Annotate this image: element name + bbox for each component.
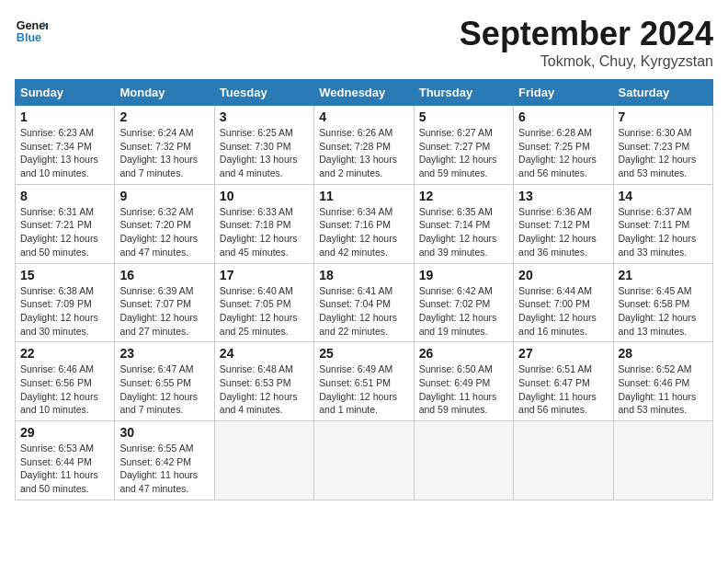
day-info: Sunrise: 6:47 AM Sunset: 6:55 PM Dayligh… — [119, 362, 209, 417]
day-info: Sunrise: 6:40 AM Sunset: 7:05 PM Dayligh… — [220, 284, 309, 339]
calendar-day-cell: 28 Sunrise: 6:52 AM Sunset: 6:46 PM Dayl… — [613, 342, 712, 421]
calendar-day-cell — [414, 421, 513, 500]
day-info: Sunrise: 6:27 AM Sunset: 7:27 PM Dayligh… — [419, 126, 508, 180]
day-number: 19 — [419, 268, 508, 282]
day-info: Sunrise: 6:30 AM Sunset: 7:23 PM Dayligh… — [619, 126, 708, 180]
day-number: 30 — [119, 425, 209, 440]
day-number: 11 — [319, 189, 408, 203]
calendar-day-cell: 1 Sunrise: 6:23 AM Sunset: 7:34 PM Dayli… — [16, 106, 115, 185]
day-info: Sunrise: 6:28 AM Sunset: 7:25 PM Dayligh… — [518, 126, 608, 180]
day-number: 18 — [319, 268, 408, 282]
day-info: Sunrise: 6:39 AM Sunset: 7:07 PM Dayligh… — [119, 284, 209, 339]
calendar-day-cell: 3 Sunrise: 6:25 AM Sunset: 7:30 PM Dayli… — [214, 106, 313, 185]
calendar-day-cell: 9 Sunrise: 6:32 AM Sunset: 7:20 PM Dayli… — [115, 184, 214, 263]
day-info: Sunrise: 6:25 AM Sunset: 7:30 PM Dayligh… — [220, 126, 309, 180]
month-title: September 2024 — [460, 15, 713, 53]
calendar-week-row: 22 Sunrise: 6:46 AM Sunset: 6:56 PM Dayl… — [16, 342, 713, 421]
calendar-day-cell: 26 Sunrise: 6:50 AM Sunset: 6:49 PM Dayl… — [414, 342, 513, 421]
day-number: 25 — [319, 346, 408, 361]
day-info: Sunrise: 6:50 AM Sunset: 6:49 PM Dayligh… — [419, 362, 508, 417]
calendar-day-cell: 23 Sunrise: 6:47 AM Sunset: 6:55 PM Dayl… — [115, 342, 214, 421]
calendar-day-cell: 2 Sunrise: 6:24 AM Sunset: 7:32 PM Dayli… — [115, 106, 214, 185]
day-number: 12 — [419, 189, 508, 203]
day-info: Sunrise: 6:42 AM Sunset: 7:02 PM Dayligh… — [419, 284, 508, 339]
day-info: Sunrise: 6:23 AM Sunset: 7:34 PM Dayligh… — [20, 126, 109, 180]
day-info: Sunrise: 6:51 AM Sunset: 6:47 PM Dayligh… — [518, 362, 608, 417]
header: General Blue September 2024 Tokmok, Chuy… — [15, 15, 713, 70]
day-number: 5 — [419, 109, 508, 124]
header-tuesday: Tuesday — [214, 80, 313, 106]
calendar-day-cell: 21 Sunrise: 6:45 AM Sunset: 6:58 PM Dayl… — [613, 263, 712, 342]
day-number: 3 — [220, 109, 309, 124]
day-info: Sunrise: 6:49 AM Sunset: 6:51 PM Dayligh… — [319, 362, 408, 417]
logo-icon: General Blue — [15, 15, 48, 48]
day-number: 6 — [518, 109, 608, 124]
calendar-day-cell: 25 Sunrise: 6:49 AM Sunset: 6:51 PM Dayl… — [314, 342, 414, 421]
day-info: Sunrise: 6:41 AM Sunset: 7:04 PM Dayligh… — [319, 284, 408, 339]
calendar-day-cell — [214, 421, 313, 500]
day-number: 28 — [619, 346, 708, 361]
day-info: Sunrise: 6:24 AM Sunset: 7:32 PM Dayligh… — [119, 126, 209, 180]
calendar-day-cell: 19 Sunrise: 6:42 AM Sunset: 7:02 PM Dayl… — [414, 263, 513, 342]
header-wednesday: Wednesday — [314, 80, 414, 106]
header-monday: Monday — [115, 80, 214, 106]
calendar-day-cell: 12 Sunrise: 6:35 AM Sunset: 7:14 PM Dayl… — [414, 184, 513, 263]
calendar-day-cell: 8 Sunrise: 6:31 AM Sunset: 7:21 PM Dayli… — [16, 184, 115, 263]
day-info: Sunrise: 6:34 AM Sunset: 7:16 PM Dayligh… — [319, 205, 408, 259]
day-number: 21 — [619, 268, 708, 282]
title-area: September 2024 Tokmok, Chuy, Kyrgyzstan — [460, 15, 713, 70]
calendar-week-row: 15 Sunrise: 6:38 AM Sunset: 7:09 PM Dayl… — [16, 263, 713, 342]
day-info: Sunrise: 6:31 AM Sunset: 7:21 PM Dayligh… — [20, 205, 109, 259]
calendar-day-cell: 14 Sunrise: 6:37 AM Sunset: 7:11 PM Dayl… — [613, 184, 712, 263]
weekday-header-row: Sunday Monday Tuesday Wednesday Thursday… — [16, 80, 713, 106]
calendar-day-cell — [613, 421, 712, 500]
day-info: Sunrise: 6:44 AM Sunset: 7:00 PM Dayligh… — [518, 284, 608, 339]
calendar-week-row: 8 Sunrise: 6:31 AM Sunset: 7:21 PM Dayli… — [16, 184, 713, 263]
day-info: Sunrise: 6:36 AM Sunset: 7:12 PM Dayligh… — [518, 205, 608, 259]
day-number: 7 — [619, 109, 708, 124]
day-number: 9 — [119, 189, 209, 203]
day-info: Sunrise: 6:46 AM Sunset: 6:56 PM Dayligh… — [20, 362, 109, 417]
day-info: Sunrise: 6:53 AM Sunset: 6:44 PM Dayligh… — [20, 442, 109, 496]
calendar-day-cell: 4 Sunrise: 6:26 AM Sunset: 7:28 PM Dayli… — [314, 106, 414, 185]
day-number: 27 — [518, 346, 608, 361]
day-info: Sunrise: 6:32 AM Sunset: 7:20 PM Dayligh… — [119, 205, 209, 259]
day-info: Sunrise: 6:45 AM Sunset: 6:58 PM Dayligh… — [619, 284, 708, 339]
day-number: 17 — [220, 268, 309, 282]
calendar-day-cell: 6 Sunrise: 6:28 AM Sunset: 7:25 PM Dayli… — [514, 106, 613, 185]
calendar-week-row: 29 Sunrise: 6:53 AM Sunset: 6:44 PM Dayl… — [16, 421, 713, 500]
calendar-day-cell: 30 Sunrise: 6:55 AM Sunset: 6:42 PM Dayl… — [115, 421, 214, 500]
calendar-day-cell: 20 Sunrise: 6:44 AM Sunset: 7:00 PM Dayl… — [514, 263, 613, 342]
day-info: Sunrise: 6:48 AM Sunset: 6:53 PM Dayligh… — [220, 362, 309, 417]
day-info: Sunrise: 6:38 AM Sunset: 7:09 PM Dayligh… — [20, 284, 109, 339]
svg-text:Blue: Blue — [17, 31, 41, 44]
calendar-day-cell: 7 Sunrise: 6:30 AM Sunset: 7:23 PM Dayli… — [613, 106, 712, 185]
header-thursday: Thursday — [414, 80, 513, 106]
day-number: 4 — [319, 109, 408, 124]
day-number: 8 — [20, 189, 109, 203]
calendar-day-cell — [514, 421, 613, 500]
calendar: Sunday Monday Tuesday Wednesday Thursday… — [15, 79, 713, 500]
day-number: 26 — [419, 346, 508, 361]
logo: General Blue — [15, 15, 48, 48]
header-saturday: Saturday — [613, 80, 712, 106]
calendar-day-cell: 13 Sunrise: 6:36 AM Sunset: 7:12 PM Dayl… — [514, 184, 613, 263]
day-info: Sunrise: 6:55 AM Sunset: 6:42 PM Dayligh… — [119, 442, 209, 496]
day-info: Sunrise: 6:26 AM Sunset: 7:28 PM Dayligh… — [319, 126, 408, 180]
day-number: 24 — [220, 346, 309, 361]
calendar-day-cell: 17 Sunrise: 6:40 AM Sunset: 7:05 PM Dayl… — [214, 263, 313, 342]
calendar-day-cell: 5 Sunrise: 6:27 AM Sunset: 7:27 PM Dayli… — [414, 106, 513, 185]
day-number: 10 — [220, 189, 309, 203]
day-number: 16 — [119, 268, 209, 282]
day-info: Sunrise: 6:33 AM Sunset: 7:18 PM Dayligh… — [220, 205, 309, 259]
calendar-day-cell: 10 Sunrise: 6:33 AM Sunset: 7:18 PM Dayl… — [214, 184, 313, 263]
day-number: 23 — [119, 346, 209, 361]
header-sunday: Sunday — [16, 80, 115, 106]
calendar-day-cell: 11 Sunrise: 6:34 AM Sunset: 7:16 PM Dayl… — [314, 184, 414, 263]
header-friday: Friday — [514, 80, 613, 106]
day-number: 29 — [20, 425, 109, 440]
day-number: 22 — [20, 346, 109, 361]
calendar-day-cell: 27 Sunrise: 6:51 AM Sunset: 6:47 PM Dayl… — [514, 342, 613, 421]
calendar-day-cell: 16 Sunrise: 6:39 AM Sunset: 7:07 PM Dayl… — [115, 263, 214, 342]
day-number: 13 — [518, 189, 608, 203]
